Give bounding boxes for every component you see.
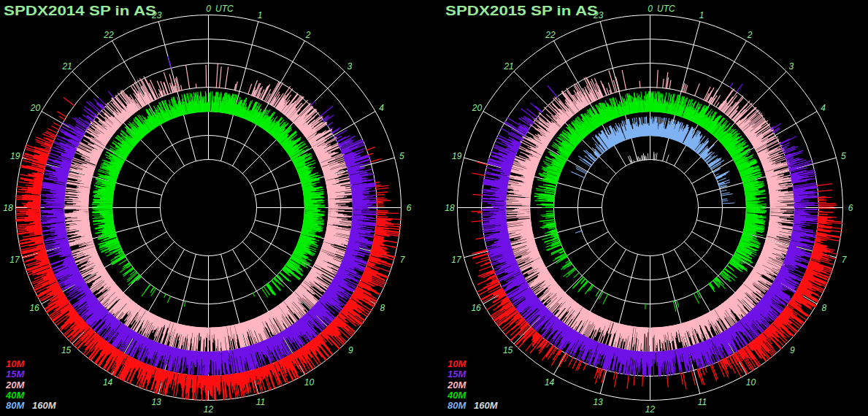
svg-text:3: 3 bbox=[789, 61, 794, 72]
svg-text:160M: 160M bbox=[32, 400, 57, 411]
svg-text:SPDX2015 SP in AS: SPDX2015 SP in AS bbox=[445, 4, 598, 18]
svg-text:14: 14 bbox=[103, 377, 113, 388]
svg-text:8: 8 bbox=[822, 303, 827, 313]
svg-text:20M: 20M bbox=[5, 380, 25, 390]
svg-text:40M: 40M bbox=[5, 390, 25, 401]
svg-text:21: 21 bbox=[503, 61, 513, 72]
svg-text:20M: 20M bbox=[447, 380, 466, 390]
svg-text:6: 6 bbox=[407, 203, 412, 213]
svg-text:18: 18 bbox=[445, 203, 455, 213]
svg-text:13: 13 bbox=[593, 397, 603, 407]
svg-text:11: 11 bbox=[698, 397, 707, 407]
svg-text:UTC: UTC bbox=[215, 4, 234, 14]
svg-text:21: 21 bbox=[61, 61, 72, 72]
svg-text:15M: 15M bbox=[6, 369, 25, 380]
svg-text:80M: 80M bbox=[448, 400, 466, 411]
svg-text:16: 16 bbox=[471, 303, 481, 313]
svg-text:9: 9 bbox=[790, 345, 795, 355]
svg-text:SPDX2014 SP in AS: SPDX2014 SP in AS bbox=[4, 4, 156, 18]
svg-text:10: 10 bbox=[746, 377, 756, 388]
svg-text:5: 5 bbox=[841, 151, 846, 161]
svg-text:0: 0 bbox=[206, 4, 211, 14]
svg-text:UTC: UTC bbox=[657, 4, 675, 14]
svg-text:17: 17 bbox=[451, 255, 462, 265]
svg-text:5: 5 bbox=[399, 151, 404, 161]
svg-text:15M: 15M bbox=[448, 369, 466, 380]
svg-text:17: 17 bbox=[9, 255, 20, 265]
svg-text:4: 4 bbox=[379, 103, 384, 113]
svg-text:0: 0 bbox=[648, 4, 653, 14]
svg-text:6: 6 bbox=[848, 203, 853, 213]
svg-text:80M: 80M bbox=[6, 400, 25, 411]
svg-text:40M: 40M bbox=[447, 390, 466, 401]
svg-text:12: 12 bbox=[204, 404, 214, 415]
svg-text:13: 13 bbox=[151, 397, 161, 407]
svg-text:20: 20 bbox=[472, 103, 483, 113]
svg-text:11: 11 bbox=[256, 397, 265, 407]
svg-text:20: 20 bbox=[30, 103, 41, 113]
svg-text:1: 1 bbox=[699, 10, 704, 20]
svg-text:8: 8 bbox=[380, 303, 385, 313]
svg-text:15: 15 bbox=[61, 345, 72, 355]
svg-text:160M: 160M bbox=[474, 400, 499, 411]
svg-text:19: 19 bbox=[10, 151, 20, 161]
svg-text:2: 2 bbox=[305, 30, 311, 40]
svg-text:9: 9 bbox=[348, 345, 353, 355]
svg-text:18: 18 bbox=[3, 203, 13, 213]
svg-text:1: 1 bbox=[258, 10, 263, 20]
svg-text:22: 22 bbox=[103, 30, 114, 40]
svg-text:10M: 10M bbox=[6, 358, 25, 369]
svg-text:10: 10 bbox=[304, 377, 315, 388]
svg-text:3: 3 bbox=[347, 61, 353, 72]
svg-text:12: 12 bbox=[645, 404, 656, 415]
svg-text:22: 22 bbox=[545, 30, 556, 40]
svg-text:14: 14 bbox=[545, 377, 555, 388]
svg-text:4: 4 bbox=[821, 103, 826, 113]
svg-text:2: 2 bbox=[747, 30, 753, 40]
svg-text:15: 15 bbox=[503, 345, 513, 355]
svg-text:10M: 10M bbox=[448, 358, 466, 369]
svg-text:19: 19 bbox=[452, 151, 462, 161]
svg-text:16: 16 bbox=[29, 303, 39, 313]
